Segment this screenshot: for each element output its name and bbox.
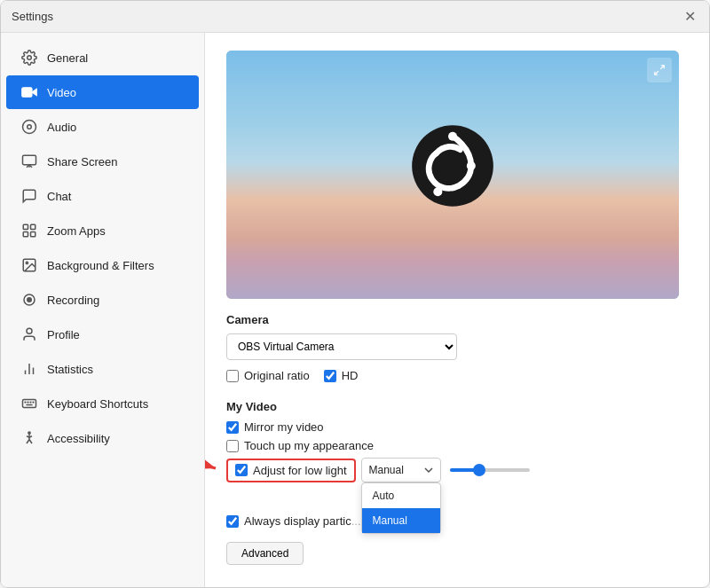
low-light-checkbox-area: Adjust for low light [226, 459, 356, 482]
sidebar-item-statistics[interactable]: Statistics [6, 352, 199, 386]
keyboard-shortcuts-icon [20, 395, 38, 412]
touch-up-row: Touch up my appearance [226, 439, 688, 452]
statistics-icon [20, 360, 38, 378]
svg-point-0 [28, 56, 32, 60]
sidebar-label-video: Video [47, 86, 76, 99]
accessibility-icon [20, 429, 38, 447]
svg-point-14 [28, 298, 32, 302]
dropdown-item-auto[interactable]: Auto [362, 483, 440, 508]
slider-area[interactable] [450, 468, 530, 472]
sidebar-label-general: General [47, 51, 88, 65]
original-ratio-row: Original ratio [226, 369, 310, 382]
sidebar-item-audio[interactable]: Audio [6, 110, 199, 144]
general-icon [20, 49, 38, 67]
sidebar-label-share-screen: Share Screen [47, 155, 118, 169]
sidebar-item-profile[interactable]: Profile [6, 318, 199, 351]
main-content: Camera OBS Virtual Camera Original ratio… [205, 33, 709, 587]
svg-rect-19 [23, 400, 36, 408]
obs-logo [408, 122, 497, 210]
svg-point-25 [28, 432, 30, 434]
svg-point-31 [467, 161, 476, 170]
sidebar-item-accessibility[interactable]: Accessibility [6, 421, 199, 455]
mirror-label: Mirror my video [244, 420, 324, 434]
sidebar-label-statistics: Statistics [47, 363, 93, 376]
my-video-label: My Video [226, 400, 688, 413]
mirror-checkbox[interactable] [226, 421, 239, 434]
hd-label: HD [342, 369, 359, 382]
touch-up-label: Touch up my appearance [244, 439, 374, 452]
chevron-down-icon [424, 467, 433, 473]
svg-marker-1 [32, 89, 36, 96]
sidebar-item-chat[interactable]: Chat [6, 179, 199, 213]
sidebar-label-profile: Profile [47, 328, 80, 341]
camera-preview [226, 51, 679, 299]
camera-select[interactable]: OBS Virtual Camera [226, 333, 457, 360]
dropdown-menu: Auto Manual [361, 482, 441, 534]
chat-icon [20, 187, 38, 205]
svg-point-15 [27, 328, 32, 333]
sidebar-label-keyboard-shortcuts: Keyboard Shortcuts [47, 397, 148, 411]
share-screen-icon [20, 153, 38, 170]
svg-rect-2 [22, 88, 32, 98]
original-ratio-label: Original ratio [244, 369, 310, 382]
svg-rect-9 [23, 232, 28, 237]
sidebar-label-zoom-apps: Zoom Apps [47, 224, 106, 238]
svg-point-30 [448, 132, 457, 141]
svg-line-28 [29, 440, 32, 444]
low-light-label: Adjust for low light [253, 464, 347, 477]
always-display-checkbox[interactable] [226, 515, 239, 528]
content-area: General Video [1, 33, 709, 587]
svg-rect-8 [31, 224, 36, 229]
red-arrow [205, 456, 222, 482]
dropdown-item-manual[interactable]: Manual [362, 508, 440, 533]
dropdown-value: Manual [369, 464, 404, 476]
svg-rect-10 [31, 232, 36, 237]
slider-track[interactable] [450, 468, 530, 472]
sidebar-item-zoom-apps[interactable]: Zoom Apps [6, 214, 199, 247]
sidebar-label-audio: Audio [47, 121, 76, 134]
camera-section-label: Camera [226, 313, 688, 326]
hd-row: HD [324, 369, 359, 382]
recording-icon [20, 291, 38, 309]
preview-fullscreen-button[interactable] [647, 58, 672, 82]
svg-point-12 [26, 262, 28, 263]
sidebar-label-chat: Chat [47, 190, 71, 203]
mirror-row: Mirror my video [226, 420, 688, 434]
camera-select-row: OBS Virtual Camera [226, 333, 688, 360]
my-video-section: My Video Mirror my video Touch up my app… [226, 400, 688, 565]
camera-select-wrapper[interactable]: OBS Virtual Camera [226, 333, 457, 360]
sidebar-item-recording[interactable]: Recording [6, 283, 199, 317]
svg-rect-7 [23, 224, 28, 229]
original-ratio-checkbox[interactable] [226, 370, 239, 382]
sidebar-item-keyboard-shortcuts[interactable]: Keyboard Shortcuts [6, 387, 199, 420]
sidebar-item-background-filters[interactable]: Background & Filters [6, 248, 199, 282]
slider-thumb[interactable] [473, 464, 485, 476]
sidebar-label-background-filters: Background & Filters [47, 259, 154, 272]
video-icon [20, 83, 38, 101]
advanced-button[interactable]: Advanced [226, 542, 304, 565]
sidebar-label-accessibility: Accessibility [47, 432, 110, 445]
hd-checkbox[interactable] [324, 370, 336, 382]
sidebar-label-recording: Recording [47, 294, 99, 307]
window-title: Settings [12, 10, 681, 23]
audio-icon [20, 118, 38, 136]
svg-line-34 [655, 71, 659, 74]
sidebar: General Video [1, 33, 205, 587]
close-button[interactable]: ✕ [681, 8, 698, 26]
titlebar: Settings ✕ [1, 1, 709, 33]
svg-point-4 [28, 125, 32, 129]
low-light-row: Adjust for low light Manual Auto [226, 458, 688, 482]
dropdown-trigger[interactable]: Manual [361, 458, 441, 482]
sidebar-item-video[interactable]: Video [6, 75, 199, 109]
low-light-checkbox[interactable] [235, 464, 248, 476]
always-display-row: Always display partic...n their video [226, 514, 688, 528]
settings-window: Settings ✕ General [0, 0, 710, 588]
profile-icon [20, 325, 38, 343]
background-filters-icon [20, 256, 38, 274]
touch-up-checkbox[interactable] [226, 440, 239, 452]
svg-rect-5 [23, 155, 36, 165]
sidebar-item-share-screen[interactable]: Share Screen [6, 145, 199, 178]
low-light-dropdown[interactable]: Manual Auto Manual [361, 458, 441, 482]
svg-point-3 [23, 121, 36, 134]
sidebar-item-general[interactable]: General [6, 41, 199, 74]
